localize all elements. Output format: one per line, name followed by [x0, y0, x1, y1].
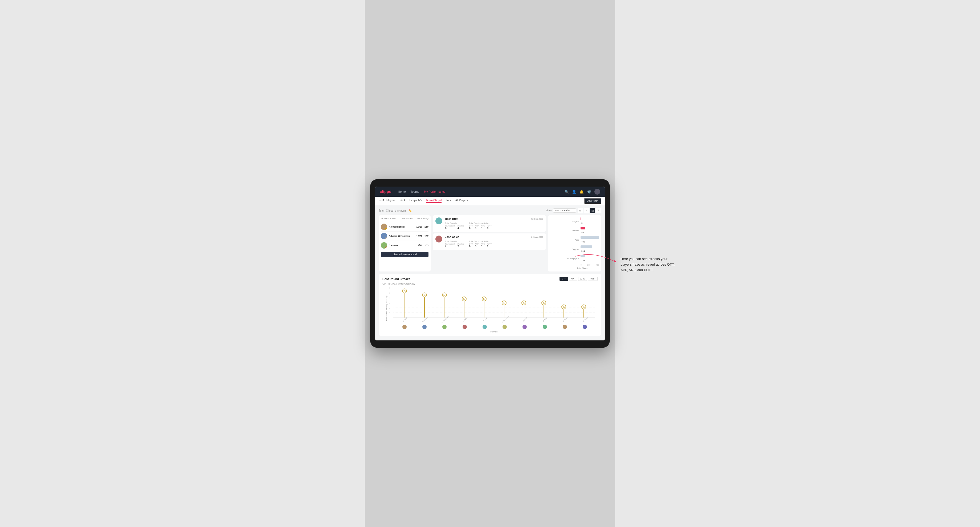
nav-my-performance[interactable]: My Performance [424, 189, 445, 194]
grid-view-btn[interactable]: ⊞ [578, 208, 583, 213]
player-name-label: E. Ebert [402, 317, 410, 324]
streaks-subtitle: Off The Tee, Fairway Accuracy [382, 283, 598, 285]
player-avatar-small [583, 325, 587, 329]
bar-label-bogeys: Bogeys [565, 248, 579, 251]
avatar[interactable] [594, 189, 600, 195]
streak-tab-app[interactable]: APP [569, 277, 578, 281]
player-cards-panel: Rees Britt 02 Sep 2023 Total Rounds [433, 215, 546, 271]
x-label-0: 0 [581, 264, 582, 266]
bell-icon[interactable]: 🔔 [579, 190, 584, 194]
player-name-label: R. Butler [563, 317, 571, 325]
player-card-body: Josh Coles 26 Aug 2023 Total Rounds [445, 236, 543, 248]
tournament-val: 8 [445, 227, 455, 230]
edit-icon[interactable]: ✏️ [409, 209, 412, 212]
streak-bubble: 4x [541, 300, 546, 305]
list-view-btn[interactable]: ≡ [584, 208, 589, 213]
player-name-label: D. Ford [523, 317, 530, 324]
player-card-body: Rees Britt 02 Sep 2023 Total Rounds [445, 217, 543, 230]
chart-title: Total Shots [565, 267, 599, 269]
player-info-col: J. Coles [455, 319, 474, 329]
view-full-leaderboard-button[interactable]: View Full Leaderboard [381, 252, 428, 257]
player-name: Richard Butler [389, 225, 416, 228]
player-avatar: 1 [381, 224, 387, 230]
bar-chart-panel: Eagles 3 Birdies [548, 215, 601, 271]
players-row: E. Ebert B. McHerg D. Billingham [395, 319, 595, 329]
add-team-button[interactable]: Add Team [584, 198, 601, 204]
streak-stem [444, 295, 445, 317]
streak-stem [424, 295, 425, 317]
player-name: Josh Coles [445, 236, 459, 238]
period-filter[interactable]: Last 3 months Last 6 months Last 12 mont… [553, 208, 576, 213]
grid-line-1: 1 [393, 312, 595, 313]
player-info-col: D. Billingham [434, 319, 455, 329]
player-name: Edward Crossman [389, 235, 416, 237]
streaks-panel: Best Round Streaks OTT APP ARG PUTT [379, 274, 601, 336]
subnav-tour[interactable]: Tour [446, 199, 451, 203]
player-avatar-small [543, 325, 547, 329]
player-info-col: B. McHerg [414, 319, 434, 329]
streak-tab-putt[interactable]: PUTT [588, 277, 598, 281]
player-info-col: M. Miller [535, 319, 555, 329]
content-row: PLAYER NAME PB SCORE PB AVG SQ [379, 215, 601, 271]
streak-bubble: 3x [562, 305, 566, 309]
player-stats: Total Rounds Tournament 7 [445, 240, 543, 248]
bar-eagles [581, 217, 581, 220]
streaks-title: Best Round Streaks [382, 277, 410, 281]
player-name-label: R. Britt [483, 317, 490, 324]
chart-row-bogeys: Bogeys 311 [565, 245, 599, 253]
player-card-header: Rees Britt 02 Sep 2023 [445, 217, 543, 221]
chart-row-pars: Pars 499 [565, 236, 599, 243]
player-card: Josh Coles 26 Aug 2023 Total Rounds [433, 233, 546, 250]
chart-row-birdies: Birdies 96 [565, 227, 599, 234]
streak-bubble: 3x [581, 305, 586, 309]
table-row: 1 Richard Butler 19/20 110 [381, 222, 428, 232]
player-date: 26 Aug 2023 [531, 236, 543, 238]
main-content: Team Clippd 14 Players ✏️ Show Last 3 mo… [375, 205, 605, 340]
grid-line-5: 5 [393, 292, 595, 292]
bar-label-eagles: Eagles [565, 220, 579, 222]
streak-tab-arg[interactable]: ARG [578, 277, 587, 281]
player-card: Rees Britt 02 Sep 2023 Total Rounds [433, 215, 546, 232]
tablet-screen: clippd Home Teams My Performance 🔍 👤 🔔 ⚙… [375, 187, 605, 340]
filter-btn[interactable]: ⊥ [596, 208, 601, 213]
pb-score: 18/20 [416, 235, 422, 237]
player-avatar-small [522, 325, 527, 329]
nav-icons: 🔍 👤 🔔 ⚙️ [565, 189, 600, 195]
pb-score: 17/20 [416, 244, 422, 247]
nav-teams[interactable]: Teams [410, 189, 419, 194]
streak-tab-ott[interactable]: OTT [560, 277, 568, 281]
rank-badge: 1 [385, 228, 387, 230]
show-label: Show [546, 209, 552, 212]
player-avatar-small [563, 325, 567, 329]
player-card-header: Josh Coles 26 Aug 2023 [445, 236, 543, 238]
subnav-team-clippd[interactable]: Team Clippd [426, 199, 442, 203]
bar-bogeys [581, 245, 592, 248]
nav-home[interactable]: Home [398, 189, 406, 194]
x-axis-label: Players [390, 330, 598, 333]
x-label-400: 400 [596, 264, 599, 266]
annotation-box: Here you can see streaks your players ha… [620, 256, 679, 273]
player-info-col: R. Britt [474, 319, 495, 329]
rank-badge: 3 [385, 246, 387, 249]
streaks-header: Best Round Streaks OTT APP ARG PUTT [382, 277, 598, 281]
subnav-hcaps[interactable]: Hcaps 1-5 [410, 199, 422, 203]
app-logo: clippd [380, 189, 391, 194]
search-icon[interactable]: 🔍 [565, 190, 569, 194]
player-info-col: E. Crossman [495, 319, 514, 329]
total-rounds-group: Total Rounds Tournament 8 [445, 222, 464, 230]
lb-col-pb-score: PB SCORE [402, 217, 413, 220]
practice-activities-group: Total Practice Activities OTT 0 [469, 240, 492, 248]
lollipop-chart: Best Streak, Fairway Accuracy 1 [382, 287, 598, 333]
subnav-all-players[interactable]: All Players [455, 199, 468, 203]
y-axis-label: Best Streak, Fairway Accuracy [386, 300, 387, 321]
streak-bubble: 5x [462, 297, 466, 301]
settings-icon[interactable]: ⚙️ [587, 190, 591, 194]
player-avatar-small [422, 325, 426, 329]
streak-bubble: 7x [402, 289, 407, 293]
subnav-pgat[interactable]: PGAT Players [379, 199, 395, 203]
user-icon[interactable]: 👤 [572, 190, 576, 194]
pb-score: 19/20 [416, 225, 422, 228]
practice-activities-group: Total Practice Activities OTT 0 [469, 222, 492, 230]
card-view-btn[interactable]: ▤ [590, 208, 595, 213]
subnav-pga[interactable]: PGA [399, 199, 405, 203]
